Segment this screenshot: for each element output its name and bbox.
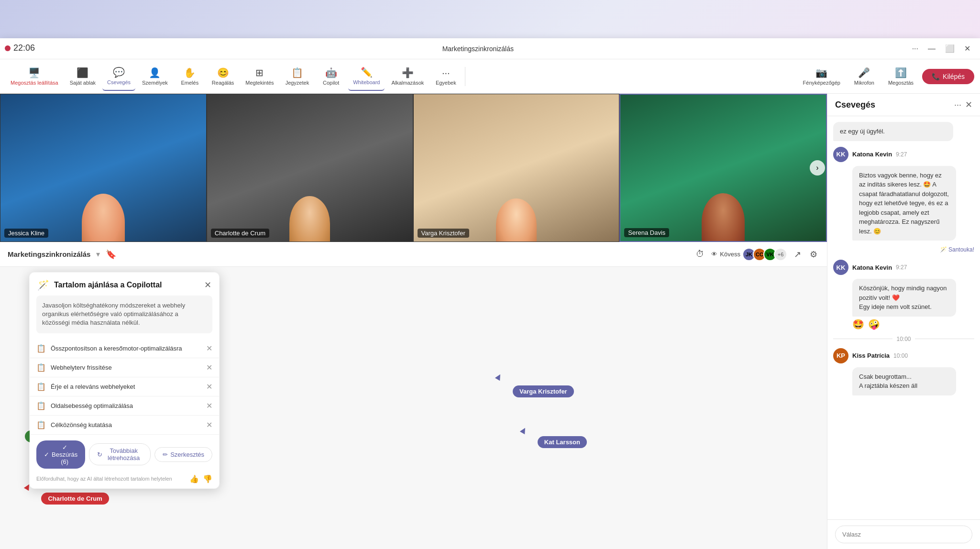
copilot-edit-button[interactable]: ✏ Szerkesztés bbox=[154, 447, 212, 462]
copilot-item-2[interactable]: 📋 Érje el a releváns webhelyeket ✕ bbox=[30, 377, 219, 396]
copilot-logo-icon: 🪄 bbox=[37, 279, 49, 291]
toolbar-item-mikrofon[interactable]: 🎤 Mikrofon bbox=[849, 62, 880, 91]
copilot-insert-button[interactable]: ✓ ✓ Beszúrás (6) bbox=[36, 440, 85, 469]
toolbar-item-whiteboard[interactable]: ✏️ Whiteboard bbox=[348, 62, 385, 91]
apps-label: Alkalmazások bbox=[391, 80, 424, 86]
toolbar-item-alkalmazasok[interactable]: ➕ Alkalmazások bbox=[386, 62, 429, 91]
maximize-button[interactable]: ⬜ bbox=[943, 42, 957, 55]
copilot-close-button[interactable]: ✕ bbox=[204, 280, 211, 290]
copilot-toolbar-icon: 🤖 bbox=[325, 67, 337, 78]
more-options-button[interactable]: ··· bbox=[910, 43, 920, 55]
whiteboard-label: Whiteboard bbox=[353, 79, 380, 85]
self-name-tag: 🪄 Santouka! bbox=[940, 246, 974, 253]
copilot-item-remove-4[interactable]: ✕ bbox=[206, 420, 212, 429]
raise-icon: ✋ bbox=[184, 67, 196, 78]
phone-icon: 📞 bbox=[932, 73, 940, 80]
people-icon: 👤 bbox=[149, 67, 161, 78]
copilot-item-0[interactable]: 📋 Összpontosítson a keresőmotor-optimali… bbox=[30, 339, 219, 358]
timer-icon-button[interactable]: ⏱ bbox=[694, 247, 706, 261]
thumbs-down-button[interactable]: 👎 bbox=[203, 474, 212, 483]
avatar-count: +6 bbox=[774, 248, 787, 261]
chat-header: Csevegés ··· ✕ bbox=[827, 94, 980, 116]
toolbar-item-megosztaas[interactable]: 🖥️ Megosztás leállítása bbox=[6, 62, 63, 91]
chat-reactions: 🤩 🤪 bbox=[852, 318, 974, 330]
kat-whiteboard-label: Kat Larsson bbox=[538, 436, 587, 448]
copilot-item-remove-0[interactable]: ✕ bbox=[206, 344, 212, 353]
serena-name-tag: Serena Davis bbox=[624, 228, 669, 237]
copilot-item-remove-1[interactable]: ✕ bbox=[206, 363, 212, 372]
copilot-title: Tartalom ajánlása a Copilottal bbox=[54, 281, 199, 289]
chat-close-button[interactable]: ✕ bbox=[965, 99, 972, 110]
chat-bubble-kevin-2: Köszönjük, hogy mindig nagyon pozitív vo… bbox=[852, 279, 956, 317]
meeting-info-bar: Marketingszinkronizálás ▾ 🔖 ⏱ 👁 Kövess J… bbox=[0, 242, 827, 267]
chat-messages: ez egy új ügyfél. KK Katona Kevin 9:27 B… bbox=[827, 116, 980, 519]
toolbar-item-csevegés[interactable]: 💬 Csevegés bbox=[102, 62, 135, 91]
camera-label: Fényképezőgép bbox=[803, 80, 840, 86]
main-window: Marketingszinkronizálás ··· — ⬜ ✕ 22:06 … bbox=[0, 38, 980, 549]
video-nav-right-button[interactable]: › bbox=[810, 160, 825, 176]
toolbar-item-emelés[interactable]: ✋ Emelés bbox=[175, 62, 205, 91]
varga-cursor-arrow bbox=[495, 373, 503, 381]
toolbar-item-megosztás[interactable]: ⬆️ Megosztás bbox=[883, 62, 918, 91]
chat-time-divider: 10:00 bbox=[833, 336, 974, 342]
chat-bubble-patricia: Csak beugrottam... A rajztábla készen ál… bbox=[852, 367, 956, 395]
settings-button[interactable]: ⚙ bbox=[808, 247, 819, 262]
chat-message-group-patricia: KP Kiss Patrícia 10:00 Csak beugrottam..… bbox=[833, 348, 974, 395]
share-meeting-button[interactable]: ↗ bbox=[792, 247, 803, 262]
avatar-kevin-2: KK bbox=[833, 260, 848, 275]
chat-more-button[interactable]: ··· bbox=[954, 100, 961, 110]
toolbar: 22:06 🖥️ Megosztás leállítása ⬛ Saját ab… bbox=[0, 59, 980, 94]
copilot-item-text-2: Érje el a releváns webhelyeket bbox=[51, 383, 201, 390]
copilot-more-button[interactable]: ↻ Továbbiak létrehozása bbox=[89, 443, 151, 465]
varga-whiteboard-name: Varga Krisztofer bbox=[519, 388, 567, 395]
toolbar-item-sajat-ablak[interactable]: ⬛ Saját ablak bbox=[65, 62, 100, 91]
message-line-2: Egy ideje nem volt szünet. bbox=[859, 302, 949, 312]
copilot-feedback: 👍 👎 bbox=[189, 474, 212, 483]
video-tile-charlotte: Charlotte de Crum bbox=[207, 94, 413, 242]
copilot-item-1[interactable]: 📋 Webhelyterv frissítése ✕ bbox=[30, 358, 219, 377]
chat-message-group-kevin-1: KK Katona Kevin 9:27 Biztos vagyok benne… bbox=[833, 147, 974, 241]
follow-button[interactable]: 👁 Kövess bbox=[711, 251, 740, 258]
thumbs-up-button[interactable]: 👍 bbox=[189, 474, 199, 483]
chat-label: Csevegés bbox=[107, 79, 131, 85]
timer-text: 22:06 bbox=[13, 43, 35, 53]
close-button[interactable]: ✕ bbox=[962, 42, 972, 55]
message-text: ez egy új ügyfél. bbox=[840, 128, 885, 135]
copilot-item-icon-0: 📋 bbox=[36, 344, 46, 353]
stop-share-label: Megosztás leállítása bbox=[11, 80, 58, 86]
end-call-label: Kilépés bbox=[943, 73, 965, 80]
toolbar-item-egyebek[interactable]: ··· Egyebek bbox=[430, 62, 461, 91]
own-window-label: Saját ablak bbox=[70, 80, 96, 86]
reaction-1: 🤩 bbox=[852, 318, 864, 330]
avatar-patricia: KP bbox=[833, 348, 848, 363]
copilot-item-remove-3[interactable]: ✕ bbox=[206, 401, 212, 410]
copilot-item-3[interactable]: 📋 Oldalsebesség optimalizálása ✕ bbox=[30, 396, 219, 416]
more-create-label: Továbbiak létrehozása bbox=[105, 447, 143, 461]
sender-name-kevin-2: Katona Kevin bbox=[852, 264, 892, 271]
copilot-disclaimer: Előfordulhat, hogy az AI által létrehozo… bbox=[30, 474, 219, 488]
toolbar-item-copilot[interactable]: 🤖 Copilot bbox=[316, 62, 346, 91]
video-tile-varga: Varga Krisztofer bbox=[413, 94, 620, 242]
toolbar-item-jegyzetek[interactable]: 📋 Jegyzetek bbox=[281, 62, 314, 91]
chat-message-group-kevin-2: KK Katona Kevin 9:27 Köszönjük, hogy min… bbox=[833, 260, 974, 330]
react-label: Reagálás bbox=[212, 80, 234, 86]
window-controls: ··· — ⬜ ✕ bbox=[910, 42, 972, 55]
own-window-icon: ⬛ bbox=[77, 67, 88, 78]
divider-line-right bbox=[915, 339, 974, 339]
whiteboard-icon: ✏️ bbox=[361, 66, 373, 78]
copilot-item-4[interactable]: 📋 Célközönség kutatása ✕ bbox=[30, 416, 219, 435]
minimize-button[interactable]: — bbox=[926, 43, 937, 55]
copilot-item-remove-2[interactable]: ✕ bbox=[206, 382, 212, 391]
chat-message-new-client: ez egy új ügyfél. bbox=[833, 122, 953, 141]
toolbar-item-reagalas[interactable]: 😊 Reagálás bbox=[207, 62, 239, 91]
toolbar-item-személyek[interactable]: 👤 Személyek bbox=[137, 62, 173, 91]
varga-video-bg bbox=[414, 94, 619, 242]
jessica-video-bg bbox=[0, 94, 206, 242]
whiteboard-area[interactable]: Jessica Kline Varga Krisztofer Kat Larss… bbox=[0, 267, 827, 549]
chevron-down-icon[interactable]: ▾ bbox=[96, 250, 100, 259]
chat-input-field[interactable] bbox=[835, 526, 972, 543]
toolbar-item-megtekintés[interactable]: ⊞ Megtekintés bbox=[241, 62, 278, 91]
varga-name-tag: Varga Krisztofer bbox=[418, 229, 469, 238]
toolbar-item-camera[interactable]: 📷 Fényképezőgép bbox=[798, 62, 845, 91]
end-call-button[interactable]: 📞 Kilépés bbox=[922, 69, 974, 84]
